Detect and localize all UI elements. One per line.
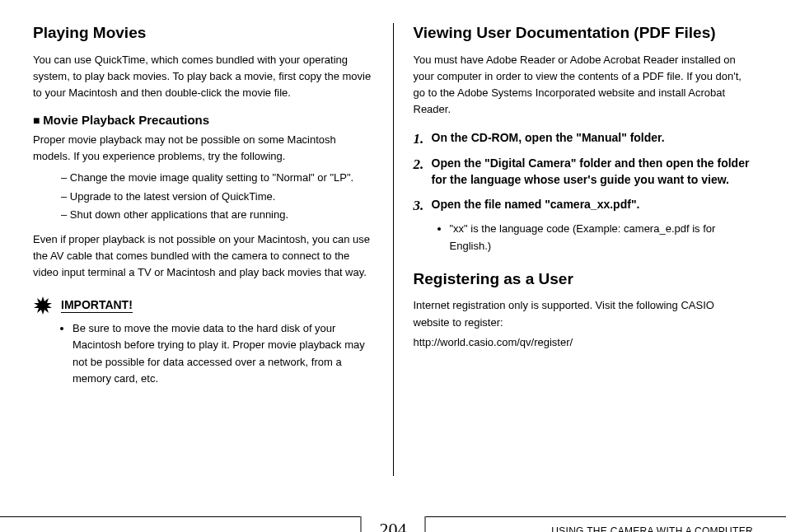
step-text: Open the "Digital Camera" folder and the… [432,156,750,186]
paragraph: Even if proper playback is not possible … [33,231,373,281]
important-callout: IMPORTANT! Be sure to move the movie dat… [33,296,373,387]
list-item: Shut down other applications that are ru… [61,207,373,223]
list-item: "xx" is the language code (Example: came… [450,221,754,254]
page-columns: Playing Movies You can use QuickTime, wh… [33,23,753,476]
paragraph: You can use QuickTime, which comes bundl… [33,52,373,101]
left-column: Playing Movies You can use QuickTime, wh… [33,23,393,476]
heading-registering: Registering as a User [414,269,754,290]
step-item: 3. Open the file named "camera_xx.pdf". [414,196,754,212]
list-item: Upgrade to the latest version of QuickTi… [61,189,373,205]
step-number: 2. [414,155,424,175]
important-label: IMPORTANT! [61,298,133,313]
precautions-list: Change the movie image quality setting t… [61,170,373,222]
page-footer: 204 USING THE CAMERA WITH A COMPUTER [0,516,786,517]
burst-icon [33,296,53,315]
steps-list: 1. On the CD-ROM, open the "Manual" fold… [414,129,754,212]
step-text: On the CD-ROM, open the "Manual" folder. [432,131,665,144]
register-url: http://world.casio.com/qv/register/ [414,334,754,351]
paragraph: Proper movie playback may not be possibl… [33,132,373,165]
right-column: Viewing User Documentation (PDF Files) Y… [393,23,754,476]
svg-marker-0 [34,296,52,315]
step-item: 2. Open the "Digital Camera" folder and … [414,155,754,189]
heading-playing-movies: Playing Movies [33,23,373,44]
subheading-label: Movie Playback Precautions [43,113,209,127]
important-header: IMPORTANT! [33,296,373,315]
heading-viewing-docs: Viewing User Documentation (PDF Files) [414,23,754,44]
paragraph: Internet registration only is supported.… [414,297,754,330]
paragraph: You must have Adobe Reader or Adobe Acro… [414,52,754,119]
important-bullets: Be sure to move the movie data to the ha… [73,320,373,387]
footer-section-label: USING THE CAMERA WITH A COMPUTER [551,525,753,532]
list-item: Be sure to move the movie data to the ha… [73,320,373,387]
step-number: 3. [414,196,424,217]
step-note-list: "xx" is the language code (Example: came… [450,221,754,254]
subheading-precautions: Movie Playback Precautions [33,113,373,127]
step-number: 1. [414,129,424,150]
step-item: 1. On the CD-ROM, open the "Manual" fold… [414,129,754,146]
page-number: 204 [361,516,426,532]
step-text: Open the file named "camera_xx.pdf". [432,198,640,211]
list-item: Change the movie image quality setting t… [61,170,373,186]
